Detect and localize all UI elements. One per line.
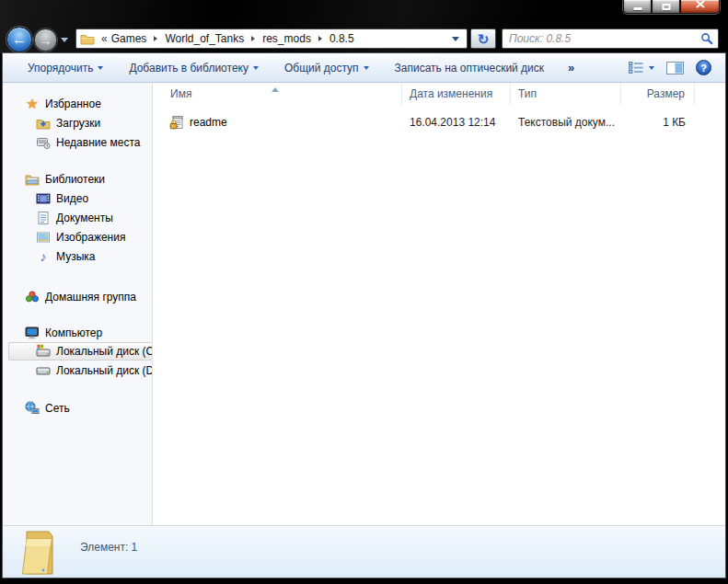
close-button[interactable] (680, 0, 720, 14)
chevron-down-icon (364, 66, 369, 73)
sidebar-item-homegroup[interactable]: Домашняя группа (3, 287, 152, 306)
chevron-down-icon (253, 66, 259, 73)
sidebar-spacer (3, 306, 152, 323)
disk-c-icon (36, 344, 51, 359)
column-header-size[interactable]: Размер (621, 83, 695, 105)
sidebar-label: Музыка (56, 250, 95, 263)
sidebar-label: Загрузки (56, 117, 100, 130)
file-name-cell[interactable]: readme (153, 115, 402, 130)
minimize-icon (633, 7, 641, 10)
column-label: Тип (518, 87, 537, 100)
column-header-type[interactable]: Тип (511, 83, 621, 105)
sort-ascending-icon (272, 84, 279, 92)
sidebar-label: Недавние места (56, 136, 140, 149)
file-row[interactable]: readme 16.04.2013 12:14 Текстовый докум.… (153, 112, 725, 132)
item-count-label: Элемент: 1 (80, 541, 137, 554)
column-headers: Имя Дата изменения Тип Размер (153, 83, 725, 105)
sidebar-label: Документы (56, 212, 113, 224)
search-input[interactable] (509, 32, 700, 45)
sidebar-item-video[interactable]: Видео (3, 189, 152, 208)
close-icon (695, 0, 705, 11)
document-icon (36, 211, 51, 225)
sidebar-label: Библиотеки (45, 173, 105, 186)
sidebar-item-documents[interactable]: Документы (3, 208, 152, 227)
sidebar-spacer (3, 380, 152, 398)
window-body: Упорядочить Добавить в библиотеку Общий … (3, 53, 725, 578)
burn-to-disc-button[interactable]: Записать на оптический диск (395, 62, 545, 74)
maximize-icon (662, 4, 670, 10)
breadcrumb-separator-icon (154, 36, 157, 41)
back-button[interactable]: ← (6, 27, 32, 52)
change-view-button[interactable] (629, 62, 654, 74)
main-content: ★ Избранное Загрузки Недавние места (3, 83, 725, 525)
breadcrumb-item-res-mods[interactable]: res_mods (262, 32, 311, 45)
explorer-window: ← → « Games World_of_Tanks res_mods 0.8.… (0, 0, 728, 584)
column-label: Имя (170, 87, 191, 100)
sidebar-spacer (3, 266, 152, 287)
breadcrumb-item-world-of-tanks[interactable]: World_of_Tanks (165, 32, 244, 45)
sidebar-label: Домашняя группа (45, 291, 136, 303)
breadcrumb-separator-icon (251, 36, 255, 41)
details-pane: Элемент: 1 (3, 525, 725, 578)
breadcrumb-item-games[interactable]: Games (111, 32, 147, 45)
add-to-library-button[interactable]: Добавить в библиотеку (129, 62, 259, 74)
music-note-icon: ♪ (36, 249, 51, 264)
file-size-cell: 1 КБ (621, 116, 695, 129)
sidebar-label: Видео (56, 192, 88, 205)
video-icon (36, 191, 51, 206)
sidebar-label: Локальный диск (C: (56, 345, 153, 358)
sidebar-item-favorites[interactable]: ★ Избранное (3, 94, 152, 113)
refresh-button[interactable]: ↻ (470, 29, 496, 49)
sidebar-item-pictures[interactable]: Изображения (3, 227, 152, 246)
help-icon: ? (700, 63, 707, 74)
sidebar-item-disk-d[interactable]: Локальный диск (D: (3, 361, 152, 380)
minimize-button[interactable] (623, 0, 652, 14)
sidebar-item-recent-places[interactable]: Недавние места (3, 132, 152, 152)
sidebar-item-libraries[interactable]: Библиотеки (3, 169, 152, 189)
address-bar[interactable]: « Games World_of_Tanks res_mods 0.8.5 (75, 29, 468, 49)
sidebar-item-computer[interactable]: Компьютер (3, 323, 152, 342)
column-header-name[interactable]: Имя (153, 83, 402, 105)
share-button[interactable]: Общий доступ (284, 62, 369, 74)
address-folder-icon (80, 31, 95, 46)
command-toolbar: Упорядочить Добавить в библиотеку Общий … (3, 53, 725, 83)
chevron-down-icon (98, 66, 103, 73)
text-file-lock-icon (169, 115, 184, 130)
search-icon[interactable] (700, 32, 713, 45)
sidebar-item-network[interactable]: Сеть (3, 398, 152, 418)
computer-icon (25, 326, 40, 340)
sidebar-item-music[interactable]: ♪ Музыка (3, 246, 152, 266)
star-icon: ★ (25, 97, 40, 111)
file-date-cell: 16.04.2013 12:14 (402, 116, 511, 129)
libraries-icon (25, 172, 40, 187)
disk-d-icon (36, 363, 51, 378)
address-history-dropdown[interactable] (445, 29, 467, 48)
maximize-button[interactable] (652, 0, 680, 14)
chevron-down-icon (649, 66, 654, 73)
toolbar-overflow-button[interactable]: » (568, 61, 574, 74)
chevron-down-icon (452, 37, 459, 45)
organize-button[interactable]: Упорядочить (28, 62, 103, 74)
recent-pages-dropdown[interactable] (61, 38, 68, 46)
navigation-pane: ★ Избранное Загрузки Недавние места (3, 83, 153, 525)
file-name-label: readme (190, 116, 227, 129)
sidebar-label: Компьютер (45, 326, 102, 339)
breadcrumb-item-0-8-5[interactable]: 0.8.5 (329, 32, 354, 45)
toolbar-right-group: ? (629, 60, 711, 75)
sidebar-label: Сеть (45, 402, 70, 415)
file-list: Имя Дата изменения Тип Размер (153, 83, 725, 525)
back-arrow-icon: ← (12, 31, 27, 48)
forward-button[interactable]: → (34, 29, 57, 52)
help-button[interactable]: ? (696, 60, 711, 75)
column-header-date-modified[interactable]: Дата изменения (402, 83, 511, 105)
breadcrumb-overflow[interactable]: « (101, 32, 108, 45)
preview-pane-button[interactable] (666, 62, 684, 74)
sidebar-item-disk-c[interactable]: Локальный диск (C: (8, 342, 152, 361)
sidebar-label: Избранное (45, 97, 101, 110)
picture-icon (36, 230, 51, 245)
sidebar-label: Локальный диск (D: (56, 364, 153, 377)
search-box (502, 29, 719, 49)
homegroup-icon (25, 290, 40, 304)
sidebar-item-downloads[interactable]: Загрузки (3, 113, 152, 132)
organize-label: Упорядочить (28, 62, 93, 74)
